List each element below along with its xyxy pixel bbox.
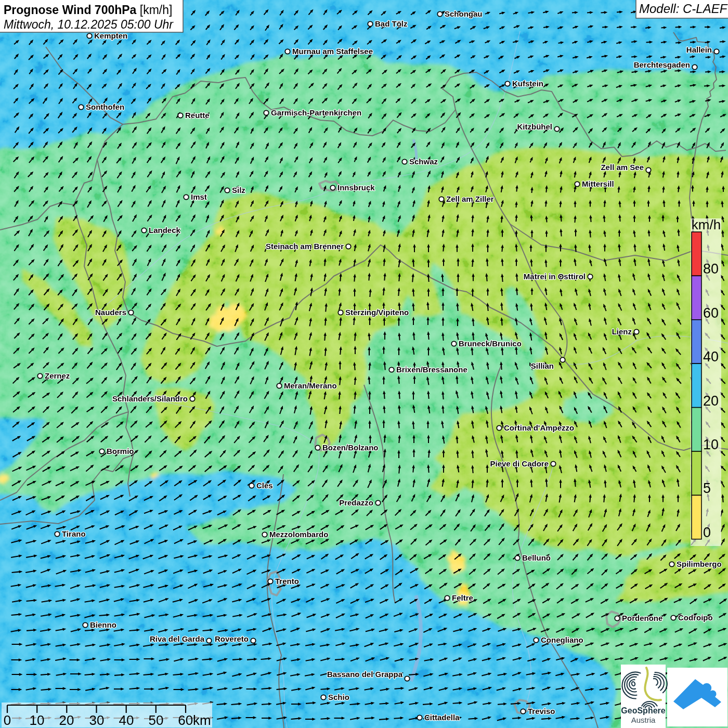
- svg-text:Matrei in Osttirol: Matrei in Osttirol: [524, 272, 586, 281]
- svg-text:Zernez: Zernez: [45, 371, 70, 380]
- svg-text:Bienno: Bienno: [90, 620, 116, 629]
- svg-text:60km: 60km: [178, 712, 211, 728]
- svg-text:Schio: Schio: [328, 693, 349, 701]
- svg-text:Bassano del Grappa: Bassano del Grappa: [327, 670, 403, 679]
- svg-text:GeoSphere: GeoSphere: [621, 706, 665, 715]
- svg-text:60: 60: [703, 305, 719, 321]
- svg-text:50: 50: [149, 712, 164, 728]
- svg-text:Berchtesgaden: Berchtesgaden: [634, 60, 690, 69]
- svg-text:Kitzbühel: Kitzbühel: [517, 122, 553, 131]
- svg-text:Kufstein: Kufstein: [512, 79, 543, 88]
- svg-text:Meran/Merano: Meran/Merano: [284, 381, 337, 390]
- svg-text:Pieve di Cadore: Pieve di Cadore: [490, 459, 549, 468]
- svg-text:Predazzo: Predazzo: [339, 498, 373, 507]
- svg-text:Feltre: Feltre: [452, 593, 473, 602]
- svg-text:20: 20: [703, 393, 719, 409]
- svg-text:Conegliano: Conegliano: [541, 635, 583, 644]
- svg-text:0: 0: [4, 712, 11, 728]
- svg-text:Tirano: Tirano: [62, 529, 86, 538]
- svg-text:0: 0: [703, 525, 711, 540]
- svg-text:Sterzing/Vipiteno: Sterzing/Vipiteno: [345, 308, 409, 317]
- svg-text:Sonthofen: Sonthofen: [86, 102, 124, 111]
- svg-text:Riva del Garda: Riva del Garda: [150, 634, 205, 643]
- svg-text:Landeck: Landeck: [149, 226, 181, 235]
- svg-text:80: 80: [703, 261, 719, 277]
- svg-text:Cortina d'Ampezzo: Cortina d'Ampezzo: [504, 423, 574, 432]
- svg-text:Steinach am Brenner: Steinach am Brenner: [266, 242, 344, 251]
- svg-text:Innsbruck: Innsbruck: [337, 183, 375, 192]
- svg-text:Cles: Cles: [256, 481, 273, 490]
- svg-text:Silz: Silz: [232, 186, 245, 194]
- svg-text:Imst: Imst: [191, 192, 207, 201]
- svg-text:Zell am See: Zell am See: [601, 163, 644, 172]
- svg-text:km/h: km/h: [692, 217, 721, 232]
- svg-text:Murnau am Staffelsee: Murnau am Staffelsee: [292, 47, 373, 56]
- svg-text:5: 5: [703, 480, 711, 496]
- svg-text:Nauders: Nauders: [95, 308, 126, 317]
- svg-text:Mezzolombardo: Mezzolombardo: [269, 530, 328, 539]
- svg-text:Bormio: Bormio: [107, 447, 134, 456]
- svg-text:10: 10: [703, 437, 719, 452]
- svg-text:Sillian: Sillian: [531, 361, 554, 370]
- svg-text:Bozen/Bolzano: Bozen/Bolzano: [322, 443, 379, 452]
- svg-text:Schwaz: Schwaz: [409, 157, 438, 166]
- svg-text:Brixen/Bressanone: Brixen/Bressanone: [396, 365, 467, 374]
- svg-text:Trento: Trento: [275, 577, 299, 586]
- svg-text:Codroipo: Codroipo: [678, 613, 713, 622]
- svg-text:Zell am Ziller: Zell am Ziller: [446, 194, 494, 203]
- svg-text:Reutte: Reutte: [185, 111, 210, 120]
- svg-text:Schlanders/Silandro: Schlanders/Silandro: [112, 394, 188, 403]
- svg-text:Mittwoch, 10.12.2025 05:00 Uhr: Mittwoch, 10.12.2025 05:00 Uhr: [4, 18, 174, 31]
- svg-text:30: 30: [89, 712, 105, 728]
- svg-text:Belluno: Belluno: [522, 553, 551, 562]
- svg-text:40: 40: [703, 349, 719, 365]
- svg-text:Hallein: Hallein: [686, 45, 712, 54]
- svg-text:Spilimbergo: Spilimbergo: [677, 560, 722, 568]
- svg-text:40: 40: [119, 712, 134, 728]
- svg-text:Rovereto: Rovereto: [215, 634, 249, 643]
- svg-text:Bruneck/Brunico: Bruneck/Brunico: [459, 339, 522, 348]
- svg-text:Cittadella: Cittadella: [424, 713, 460, 722]
- svg-text:Austria: Austria: [631, 716, 656, 724]
- svg-text:20: 20: [59, 712, 74, 728]
- svg-text:Mittersill: Mittersill: [582, 179, 614, 188]
- svg-text:Lienz: Lienz: [612, 327, 632, 336]
- svg-text:Treviso: Treviso: [528, 707, 555, 716]
- svg-text:Bad Tölz: Bad Tölz: [375, 19, 408, 28]
- svg-text:Schongau: Schongau: [445, 9, 483, 18]
- svg-text:Prognose Wind 700hPa [km/h]: Prognose Wind 700hPa [km/h]: [4, 3, 172, 17]
- svg-text:Modell: C-LAEF: Modell: C-LAEF: [639, 2, 728, 16]
- svg-text:Garmisch-Partenkirchen: Garmisch-Partenkirchen: [271, 108, 361, 117]
- svg-text:10: 10: [30, 712, 45, 728]
- svg-text:Pordenone: Pordenone: [622, 614, 662, 622]
